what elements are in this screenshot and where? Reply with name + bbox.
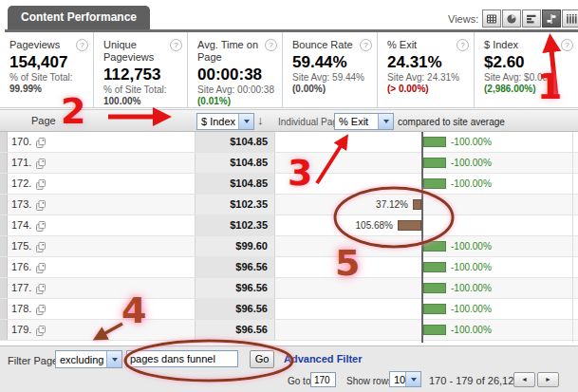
metric-delta: 99.99% (9, 84, 87, 95)
dollar-index-value: $104.85 (195, 174, 275, 194)
table-row: 176. $96.56 -100.00% (0, 257, 578, 278)
chevron-down-icon (238, 114, 253, 129)
pagination-range-label: 170 - 179 of 26,126 (429, 375, 519, 386)
dollar-index-value: $104.85 (195, 132, 275, 152)
row-gutter (0, 174, 8, 194)
dollar-index-value: $104.85 (195, 153, 275, 173)
chevron-down-icon (378, 114, 393, 129)
goto-input[interactable] (310, 372, 336, 387)
filter-page-label: Filter Page: (8, 355, 61, 366)
comparison-bar-label: -100.00% (451, 158, 492, 168)
comparison-chart-cell: -100.00% (275, 278, 572, 298)
open-page-icon (35, 283, 47, 295)
row-gutter (0, 132, 8, 152)
metric-delta: (0.01%) (197, 96, 276, 107)
metric-panel-unique-pageviews: Unique Pageviews ? 112,753 % of Site Tot… (94, 32, 188, 107)
metric-subtext: Site Avg: 59.44% (292, 72, 371, 84)
compared-to-site-average-label: compared to site average (398, 117, 505, 127)
metric-subtext: Site Avg: 24.31% (387, 72, 468, 84)
page-preview-icon[interactable] (35, 324, 47, 341)
bar-view-button[interactable] (522, 9, 541, 28)
comparison-bar-label: -100.00% (451, 137, 492, 147)
metric-subtext: % of Site Total: (9, 72, 87, 84)
page-preview-icon[interactable] (35, 157, 47, 174)
dollar-index-value: $102.35 (195, 215, 275, 235)
page-preview-icon[interactable] (35, 282, 47, 299)
dollar-index-value: $102.35 (195, 195, 275, 215)
metric-column-select[interactable]: $ Index (196, 113, 254, 130)
help-icon[interactable]: ? (170, 39, 182, 51)
individual-page-select[interactable]: % Exit (334, 113, 394, 130)
go-button[interactable]: Go (250, 350, 274, 368)
table-row: 179. $96.56 -100.00% (0, 320, 578, 341)
row-index: 176. (11, 257, 31, 277)
metric-value: $2.60 (484, 53, 572, 72)
dollar-index-value: $96.56 (195, 320, 275, 340)
open-page-icon (35, 137, 47, 149)
pivot-view-icon (566, 13, 577, 25)
comparison-bar-label: 37.12% (376, 199, 408, 210)
previous-page-button[interactable]: ◄ (513, 372, 535, 387)
page-preview-icon[interactable] (35, 136, 47, 153)
page-preview-icon[interactable] (35, 219, 47, 236)
filter-input[interactable] (126, 350, 238, 367)
pie-view-button[interactable] (502, 9, 521, 28)
comparison-bar (423, 283, 446, 293)
metric-select-value: $ Index (197, 116, 238, 127)
comparison-bar (423, 304, 446, 314)
page-preview-icon[interactable] (35, 240, 47, 257)
pie-chart-icon (506, 13, 517, 25)
metric-panel-avg-time: Avg. Time on Page ? 00:00:38 Site Avg: 0… (188, 32, 283, 107)
metric-panel-pageviews: Pageviews ? 154,407 % of Site Total: 99.… (0, 32, 94, 107)
show-rows-select[interactable]: 10 (389, 371, 421, 387)
comparison-bar-label: -100.00% (451, 325, 492, 335)
help-icon[interactable]: ? (561, 39, 573, 51)
metric-subtext: Site Avg: 00:00:38 (197, 84, 276, 96)
table-row: 174. $102.35 105.68% (0, 215, 578, 236)
comparison-bar (423, 262, 446, 272)
metrics-scoreboard: Pageviews ? 154,407 % of Site Total: 99.… (0, 32, 578, 108)
table-row: 170. $104.85 -100.00% (0, 132, 578, 153)
row-gutter (0, 195, 8, 215)
comparison-chart-cell: -100.00% (275, 236, 572, 256)
page-preview-icon[interactable] (35, 198, 47, 215)
row-index: 174. (11, 215, 31, 235)
metric-delta: (> 0.00%) (387, 84, 468, 95)
table-row: 175. $99.60 -100.00% (0, 236, 578, 257)
metric-subtext: % of Site Total: (103, 84, 181, 96)
pivot-view-button[interactable] (562, 9, 578, 28)
metric-panel-dollar-index: $ Index ? $2.60 Site Avg: $0.08 (2,986.0… (475, 32, 578, 107)
page-preview-icon[interactable] (35, 261, 47, 278)
help-icon[interactable]: ? (265, 39, 277, 51)
comparison-bar-label: -100.00% (451, 283, 492, 293)
metric-delta: (0.00%) (292, 84, 371, 95)
help-icon[interactable]: ? (76, 39, 88, 51)
tab-content-performance[interactable]: Content Performance (8, 6, 150, 29)
metric-value: 112,753 (103, 65, 181, 84)
comparison-view-button[interactable] (542, 9, 561, 28)
row-index: 172. (11, 174, 31, 194)
open-page-icon (35, 241, 47, 253)
help-icon[interactable]: ? (457, 39, 469, 51)
next-page-button[interactable]: ► (537, 372, 559, 387)
comparison-chart-cell: -100.00% (275, 174, 572, 194)
metric-delta: (2,986.00%) (484, 84, 572, 95)
sort-descending-icon[interactable]: ↓ (257, 113, 264, 127)
page-preview-icon[interactable] (35, 177, 47, 195)
individual-select-value: % Exit (335, 116, 378, 127)
open-page-icon (35, 199, 47, 212)
chevron-down-icon (405, 372, 420, 386)
page-preview-icon[interactable] (35, 303, 47, 320)
table-view-button[interactable] (482, 9, 501, 28)
row-gutter (0, 236, 8, 256)
row-gutter (0, 320, 8, 340)
row-gutter (0, 299, 8, 319)
filter-mode-select[interactable]: excluding (55, 350, 122, 368)
help-icon[interactable]: ? (360, 39, 372, 51)
dollar-index-value: $99.60 (195, 236, 275, 256)
bar-chart-icon (526, 13, 537, 25)
metric-delta: 100.00% (103, 96, 181, 107)
table-row: 177. $96.56 -100.00% (0, 278, 578, 299)
table-row: 178. $96.56 -100.00% (0, 299, 578, 320)
advanced-filter-link[interactable]: Advanced Filter (284, 353, 363, 364)
